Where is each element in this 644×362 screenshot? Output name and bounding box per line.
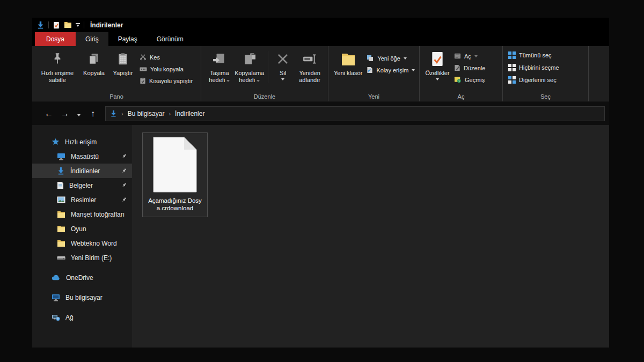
invert-selection-button[interactable]: Diğerlerini seç bbox=[508, 75, 559, 85]
downloads-icon bbox=[57, 167, 65, 175]
sidebar-item-this-pc[interactable]: Bu bilgisayar bbox=[32, 290, 132, 305]
cut-button[interactable]: Kes bbox=[140, 52, 193, 62]
group-label-select: Seç bbox=[503, 93, 588, 100]
computer-icon bbox=[52, 294, 60, 301]
open-button[interactable]: Aç bbox=[454, 51, 485, 61]
easy-access-icon bbox=[367, 67, 373, 73]
paste-shortcut-button[interactable]: Kısayolu yapıştır bbox=[140, 76, 193, 86]
downloads-icon bbox=[36, 21, 45, 29]
drive-icon bbox=[57, 255, 65, 261]
scissors-icon bbox=[140, 54, 147, 61]
folder-icon bbox=[57, 240, 65, 247]
ribbon-group-select: Tümünü seç Hiçbirini seçme Diğerlerini s… bbox=[503, 46, 589, 101]
edit-button[interactable]: Düzenle bbox=[454, 63, 485, 73]
history-icon bbox=[454, 76, 462, 83]
sidebar-item-manset-fotograflari[interactable]: Manşet fotoğrafları bbox=[32, 207, 132, 221]
file-name-label: Açamadığınız Dosya.crdownload bbox=[147, 197, 203, 212]
star-icon bbox=[52, 138, 60, 146]
properties-icon bbox=[430, 50, 444, 68]
file-list-area[interactable]: Açamadığınız Dosya.crdownload bbox=[132, 125, 609, 348]
navigation-pane: Hızlı erişim Masaüstü İndirilenler bbox=[32, 125, 132, 348]
sidebar-item-webtekno-word[interactable]: Webtekno Word bbox=[32, 236, 132, 250]
breadcrumb-downloads[interactable]: İndirilenler bbox=[175, 110, 204, 117]
new-folder-button[interactable]: Yeni klasör bbox=[332, 49, 364, 77]
titlebar-separator bbox=[84, 21, 84, 28]
history-button[interactable]: Geçmiş bbox=[454, 75, 485, 85]
select-none-icon bbox=[508, 64, 516, 71]
select-all-button[interactable]: Tümünü seç bbox=[508, 50, 559, 60]
back-button[interactable]: ← bbox=[41, 109, 57, 119]
edit-icon bbox=[454, 64, 460, 71]
folder-icon bbox=[57, 225, 65, 233]
recent-locations-caret[interactable] bbox=[73, 109, 85, 119]
up-button[interactable]: ↑ bbox=[85, 109, 101, 119]
sidebar-item-desktop[interactable]: Masaüstü bbox=[32, 149, 132, 164]
tab-file[interactable]: Dosya bbox=[35, 32, 76, 46]
sidebar-item-network[interactable]: Ağ bbox=[32, 310, 132, 324]
pin-icon bbox=[120, 153, 126, 160]
properties-dropdown-caret[interactable] bbox=[436, 78, 439, 80]
new-item-button[interactable]: Yeni öğe bbox=[367, 53, 415, 63]
blank-file-icon bbox=[153, 137, 197, 195]
delete-dropdown-caret[interactable] bbox=[281, 78, 284, 80]
group-label-open: Aç bbox=[420, 93, 502, 100]
onedrive-cloud-icon bbox=[52, 275, 61, 280]
explorer-body: Hızlı erişim Masaüstü İndirilenler bbox=[32, 125, 609, 348]
sidebar-item-oyun[interactable]: Oyun bbox=[32, 221, 132, 236]
titlebar-separator bbox=[48, 21, 49, 28]
forward-button[interactable]: → bbox=[57, 109, 73, 119]
move-to-button[interactable]: Taşıma hedefi bbox=[204, 49, 235, 84]
sidebar-item-downloads[interactable]: İndirilenler bbox=[32, 164, 132, 178]
ribbon-group-organize: Taşıma hedefi Kopyalama hedefi Sil bbox=[201, 46, 328, 101]
copy-button[interactable]: Kopyala bbox=[79, 49, 108, 77]
qat-dropdown-caret[interactable] bbox=[76, 23, 80, 27]
tab-home[interactable]: Giriş bbox=[76, 32, 108, 46]
sidebar-item-pictures[interactable]: Resimler bbox=[32, 193, 132, 207]
downloads-icon bbox=[110, 110, 117, 117]
easy-access-button[interactable]: Kolay erişim bbox=[367, 65, 415, 75]
group-label-clipboard: Pano bbox=[32, 93, 201, 100]
open-icon bbox=[454, 53, 461, 60]
delete-button[interactable]: Sil bbox=[271, 49, 295, 80]
copy-to-button[interactable]: Kopyalama hedefi bbox=[235, 49, 265, 84]
navigation-bar: ← → ↑ › Bu bilgisayar › İndirilenler bbox=[32, 102, 609, 125]
copy-to-icon bbox=[243, 50, 257, 68]
ribbon-spacer bbox=[589, 46, 609, 101]
move-to-icon bbox=[213, 50, 226, 68]
rename-button[interactable]: Yeniden adlandır bbox=[295, 49, 325, 84]
paste-button[interactable]: Yapıştır bbox=[108, 49, 137, 77]
breadcrumb-chevron: › bbox=[169, 110, 171, 117]
select-none-button[interactable]: Hiçbirini seçme bbox=[508, 62, 559, 72]
group-label-organize: Düzenle bbox=[201, 93, 328, 100]
path-icon bbox=[140, 66, 147, 72]
folder-icon[interactable] bbox=[64, 21, 72, 28]
ribbon: Hızlı erişime sabitle Kopyala Yapıştır bbox=[32, 46, 609, 102]
breadcrumb-chevron: › bbox=[121, 110, 123, 117]
breadcrumb-this-pc[interactable]: Bu bilgisayar bbox=[128, 110, 165, 117]
ribbon-group-clipboard: Hızlı erişime sabitle Kopyala Yapıştır bbox=[32, 46, 201, 101]
delete-x-icon bbox=[276, 50, 290, 68]
clipboard-icon bbox=[116, 50, 130, 68]
properties-check-icon[interactable] bbox=[53, 21, 60, 29]
window-title: İndirilenler bbox=[90, 21, 123, 29]
sidebar-item-quick-access[interactable]: Hızlı erişim bbox=[32, 135, 132, 149]
address-bar[interactable]: › Bu bilgisayar › İndirilenler bbox=[105, 106, 605, 121]
group-label-new: Yeni bbox=[328, 93, 419, 100]
tab-view[interactable]: Görünüm bbox=[147, 32, 193, 46]
document-icon bbox=[57, 181, 64, 189]
sidebar-item-onedrive[interactable]: OneDrive bbox=[32, 270, 132, 285]
copy-path-button[interactable]: Yolu kopyala bbox=[140, 64, 193, 74]
ribbon-group-new: Yeni klasör Yeni öğe Kolay erişim bbox=[328, 46, 420, 101]
sidebar-item-documents[interactable]: Belgeler bbox=[32, 178, 132, 193]
tab-share[interactable]: Paylaş bbox=[108, 32, 147, 46]
explorer-window: İndirilenler Dosya Giriş Paylaş Görünüm … bbox=[32, 18, 609, 348]
pin-icon bbox=[120, 196, 126, 204]
pin-to-quick-access-button[interactable]: Hızlı erişime sabitle bbox=[35, 49, 79, 84]
properties-button[interactable]: Özellikler bbox=[423, 49, 452, 80]
pushpin-icon bbox=[50, 50, 64, 68]
desktop-icon bbox=[57, 153, 65, 160]
network-icon bbox=[52, 314, 60, 321]
sidebar-item-yeni-birim-e[interactable]: Yeni Birim (E:) bbox=[32, 250, 132, 265]
file-item-crdownload[interactable]: Açamadığınız Dosya.crdownload bbox=[142, 132, 208, 217]
rename-icon bbox=[302, 50, 317, 68]
